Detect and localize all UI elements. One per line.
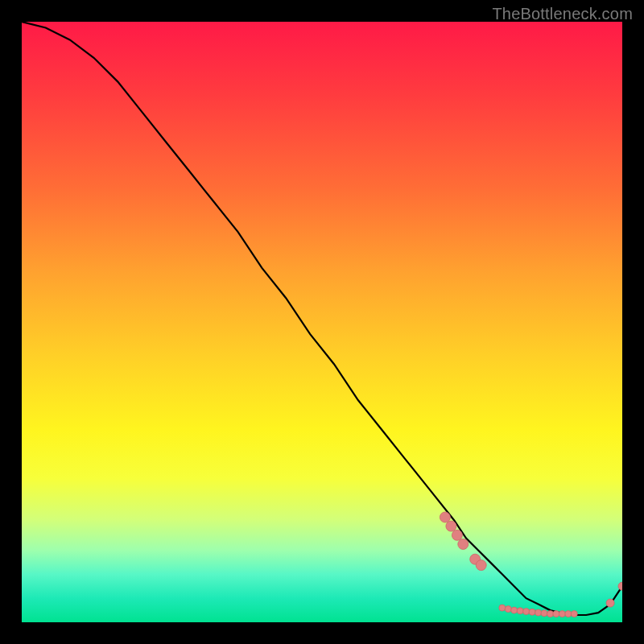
data-marker: [547, 611, 554, 617]
data-marker: [446, 521, 456, 531]
data-marker: [523, 609, 530, 615]
data-marker: [505, 606, 511, 613]
chart-stage: TheBottleneck.com: [0, 0, 644, 644]
marker-cluster-upper: [440, 512, 486, 571]
data-marker: [476, 560, 486, 571]
marker-cluster-valley: [499, 605, 578, 617]
data-marker: [517, 608, 523, 614]
data-marker: [571, 611, 577, 617]
data-marker: [458, 539, 469, 550]
bottleneck-curve: [22, 22, 622, 615]
data-marker: [511, 607, 518, 613]
data-marker: [606, 599, 614, 607]
data-marker: [618, 582, 622, 590]
marker-cluster-end: [606, 582, 622, 607]
data-marker: [529, 609, 535, 615]
data-marker: [553, 611, 559, 617]
data-marker: [535, 609, 542, 616]
data-marker: [565, 611, 572, 617]
attribution-label: TheBottleneck.com: [492, 5, 633, 23]
data-marker: [440, 512, 450, 522]
plot-area: [22, 22, 622, 622]
data-marker: [559, 611, 565, 617]
data-marker: [452, 530, 462, 540]
data-marker: [499, 605, 506, 611]
data-marker: [541, 610, 547, 617]
curve-layer: [22, 22, 622, 622]
